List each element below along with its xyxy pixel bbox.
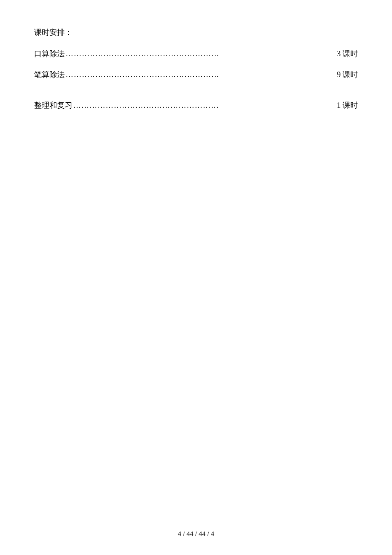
- toc-value-review: 1 课时: [337, 98, 358, 112]
- toc-dots-oral: …………………………………………………: [66, 47, 336, 61]
- toc-dots-written: …………………………………………………: [66, 68, 336, 81]
- page-container: 课时安排： 口算除法 ………………………………………………… 3 课时 笔算除法…: [0, 0, 392, 555]
- page-footer: 4 / 44 / 44 / 4: [0, 530, 392, 538]
- toc-value-oral: 3 课时: [337, 47, 358, 61]
- content-area: 课时安排： 口算除法 ………………………………………………… 3 课时 笔算除法…: [34, 26, 358, 113]
- toc-item-written: 笔算除法 ………………………………………………… 9 课时: [34, 68, 358, 81]
- section-title: 课时安排：: [34, 26, 358, 39]
- toc-item-oral: 口算除法 ………………………………………………… 3 课时: [34, 47, 358, 61]
- toc-dots-review: ………………………………………………: [73, 98, 336, 112]
- toc-item-review: 整理和复习 ……………………………………………… 1 课时: [34, 98, 358, 112]
- footer-page-info: 4 / 44 / 44 / 4: [178, 530, 214, 538]
- toc-value-written: 9 课时: [337, 68, 358, 81]
- toc-label-review: 整理和复习: [34, 98, 72, 112]
- spacer: [34, 88, 358, 98]
- toc-label-written: 笔算除法: [34, 68, 65, 81]
- toc-label-oral: 口算除法: [34, 47, 65, 61]
